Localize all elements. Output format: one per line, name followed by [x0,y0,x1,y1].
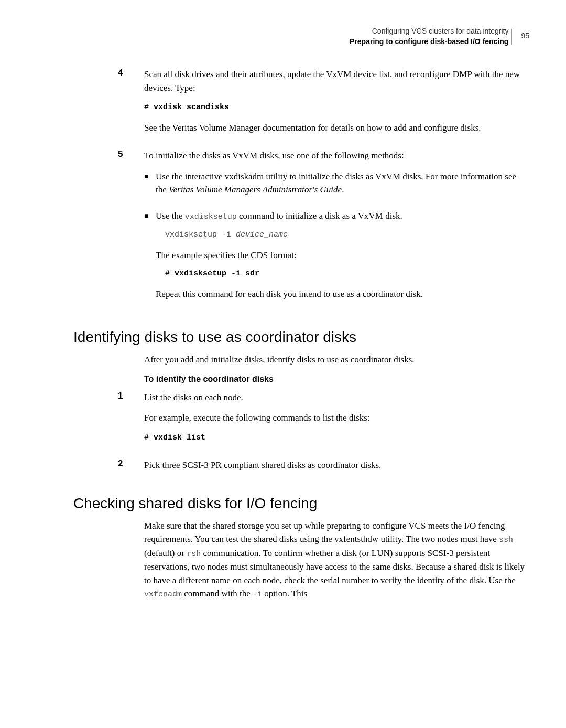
bullet-text: Use the [156,211,185,221]
step-text: Repeat this command for each disk you in… [156,287,529,301]
body-text: Make sure that the shared storage you se… [144,519,529,601]
code-block: # vxdisk list [144,432,529,444]
book-title: Veritas Volume Managers Administrator's … [169,185,342,195]
step-text: To initialize the disks as VxVM disks, u… [144,149,529,163]
inline-code: vxfenadm [144,590,182,599]
header-section: Preparing to configure disk-based I/O fe… [350,37,508,46]
step-text: Pick three SCSI-3 PR compliant shared di… [144,458,529,472]
step-number: 2 [118,458,144,479]
inline-code: vxdisksetup [185,212,237,221]
bullet-text: command to initialize a disk as a VxVM d… [237,211,402,221]
step-1: 1 List the disks on each node. For examp… [73,391,529,452]
header-chapter: Configuring VCS clusters for data integr… [372,27,509,35]
step-text: Scan all disk drives and their attribute… [144,68,529,94]
header-divider [511,29,512,45]
bullet-text: . [342,185,344,195]
step-text: See the Veritas Volume Manager documenta… [144,121,529,135]
step-number: 4 [118,68,144,142]
step-text: The example specifies the CDS format: [156,249,529,262]
step-2: 2 Pick three SCSI-3 PR compliant shared … [73,458,529,479]
step-text: For example, execute the following comma… [144,411,529,425]
bullet-icon: ■ [144,209,156,307]
step-4: 4 Scan all disk drives and their attribu… [73,68,529,142]
code-block: vxdisksetup -i device_name [156,229,529,241]
inline-code: rsh [187,550,201,559]
page-number: 95 [521,31,529,41]
step-5: 5 To initialize the disks as VxVM disks,… [73,149,529,313]
section-heading: Checking shared disks for I/O fencing [73,495,529,512]
step-number: 5 [118,149,144,313]
page-header: Configuring VCS clusters for data integr… [73,26,529,47]
code-block: # vxdisksetup -i sdr [156,268,529,280]
body-text: After you add and initialize disks, iden… [144,353,529,367]
inline-code: -i [253,590,262,599]
list-item: ■ Use the vxdisksetup command to initial… [144,209,529,307]
procedure-title: To identify the coordinator disks [144,373,529,386]
section-heading: Identifying disks to use as coordinator … [73,329,529,346]
list-item: ■ Use the interactive vxdiskadm utility … [144,170,529,203]
inline-code: ssh [499,536,513,544]
step-number: 1 [118,391,144,452]
bullet-icon: ■ [144,170,156,203]
code-block: # vxdisk scandisks [144,102,529,114]
step-text: List the disks on each node. [144,391,529,404]
